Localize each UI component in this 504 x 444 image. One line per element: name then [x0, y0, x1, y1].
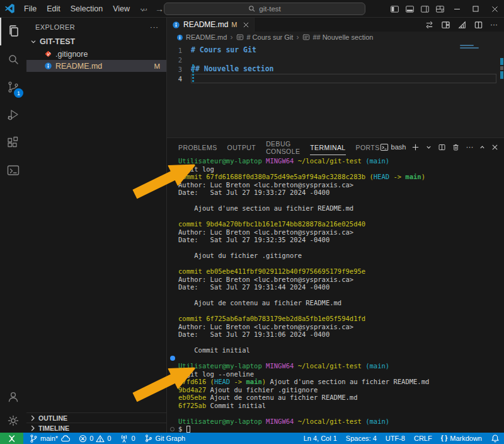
- new-terminal-icon[interactable]: [411, 143, 420, 151]
- activity-settings[interactable]: [0, 409, 26, 433]
- section-timeline[interactable]: TIMELINE: [26, 423, 166, 433]
- terminal-line: Ajout d'une section au fichier README.md: [178, 204, 504, 213]
- panel-header: PROBLEMSOUTPUTDEBUG CONSOLETERMINALPORTS…: [167, 138, 504, 156]
- remote-icon: [7, 434, 16, 443]
- breadcrumb-item[interactable]: ## Nouvelle section: [302, 33, 373, 42]
- panel-more-actions-icon[interactable]: ···: [466, 143, 473, 151]
- eol[interactable]: CRLF: [410, 433, 437, 444]
- info-icon: [44, 62, 52, 70]
- chevR-icon: [29, 424, 37, 432]
- activity-terminal[interactable]: [0, 156, 26, 184]
- activity-run-debug[interactable]: [0, 101, 26, 129]
- overview-ruler-mark: [500, 58, 503, 65]
- editor-line: 3 ## Nouvelle section: [167, 64, 504, 74]
- editor[interactable]: 1 # Cours sur Git 2 3 ## Nouvelle sectio…: [167, 43, 504, 137]
- activity-search[interactable]: [0, 45, 26, 73]
- folder-git-test[interactable]: GIT-TEST: [26, 35, 166, 48]
- terminal-line: Date: Sat Jul 27 19:32:35 2024 -0400: [178, 236, 504, 244]
- breadcrumb: README.md›# Cours sur Git›## Nouvelle se…: [167, 32, 504, 43]
- remote-indicator[interactable]: [0, 433, 23, 444]
- tab-label: README.md: [183, 20, 228, 29]
- terminal-line: $ git log --oneline: [178, 370, 504, 378]
- close-panel-icon[interactable]: [491, 144, 498, 151]
- git-graph-status[interactable]: Git Graph: [140, 433, 190, 444]
- customize-layout-icon[interactable]: [432, 4, 447, 14]
- indentation[interactable]: Spaces: 4: [341, 433, 381, 444]
- status-bar: main*000Git Graph Ln 4, Col 1Spaces: 4UT…: [0, 433, 504, 444]
- close-tab-icon[interactable]: [243, 22, 249, 28]
- info-icon: [172, 21, 180, 29]
- explorer-more-actions-icon[interactable]: ···: [150, 23, 159, 31]
- split-terminal-icon[interactable]: [438, 143, 446, 151]
- kill-terminal-icon[interactable]: [452, 143, 460, 151]
- minimap: [460, 45, 485, 50]
- section-outline[interactable]: OUTLINE: [26, 412, 166, 423]
- menu-file[interactable]: File: [19, 3, 42, 15]
- split-editor-icon[interactable]: [474, 20, 483, 30]
- cloud-icon: [60, 435, 70, 442]
- terminal-line: eb05ebe Ajout de contenu au fichier READ…: [178, 394, 504, 402]
- terminal-line: Utilisateur@my-laptop MINGW64 ~/local/gi…: [178, 362, 504, 370]
- branch-icon: [29, 434, 38, 443]
- markdown-preview-icon[interactable]: [457, 20, 467, 30]
- activity-extensions[interactable]: [0, 129, 26, 156]
- symbol-icon: [236, 33, 244, 41]
- toggle-secondary-sidebar-icon[interactable]: [417, 4, 432, 14]
- branch-status[interactable]: main*: [25, 433, 74, 444]
- chevR-icon: [29, 414, 37, 422]
- open-preview-side-icon[interactable]: [441, 20, 450, 30]
- toggle-sidebar-icon[interactable]: [387, 4, 402, 14]
- problems-status[interactable]: 00: [74, 433, 115, 444]
- terminal-line: $ git log: [178, 165, 504, 173]
- gitignore-icon: [44, 50, 52, 58]
- minimize-button[interactable]: [447, 0, 466, 18]
- panel-tab-terminal[interactable]: TERMINAL: [310, 139, 345, 155]
- encoding[interactable]: UTF-8: [381, 433, 410, 444]
- menu-view[interactable]: View: [108, 3, 135, 15]
- terminal-line: 9bd4a27 Ajout du fichier .gitignore: [178, 386, 504, 394]
- gutter-modified-indicator: [192, 64, 194, 83]
- terminal-line: Utilisateur@my-laptop MINGW64 ~/local/gi…: [178, 418, 504, 426]
- panel-tab-output[interactable]: OUTPUT: [227, 139, 256, 155]
- activity-account[interactable]: [0, 385, 26, 409]
- terminal-line: Ajout de contenu au fichier README.md: [178, 299, 504, 307]
- toggle-panel-icon[interactable]: [402, 4, 417, 14]
- maximize-panel-icon[interactable]: [479, 144, 486, 151]
- back-button[interactable]: ←: [140, 4, 149, 14]
- tab-readme-md[interactable]: README.md M: [167, 18, 255, 32]
- forward-button[interactable]: →: [155, 4, 164, 14]
- activity-bar: 1: [0, 18, 26, 433]
- panel-tab-debug-console[interactable]: DEBUG CONSOLE: [266, 136, 300, 158]
- terminal-line: [178, 307, 504, 315]
- terminal-line: $: [178, 425, 504, 433]
- notifications[interactable]: [486, 433, 504, 444]
- cursor-position[interactable]: Ln 4, Col 1: [299, 433, 341, 444]
- breadcrumb-item[interactable]: # Cours sur Git: [236, 33, 293, 42]
- maximize-button[interactable]: [466, 0, 485, 18]
- terminal-line: 6f725ab Commit initial: [178, 402, 504, 410]
- panel-tab-problems[interactable]: PROBLEMS: [178, 139, 217, 155]
- terminal-shell-item[interactable]: bash: [380, 143, 406, 151]
- terminal-line: Author: Luc Breton <luc.breton@syspraxis…: [178, 323, 504, 331]
- language-mode[interactable]: { }Markdown: [437, 433, 486, 444]
- file-.gitignore[interactable]: .gitignore: [26, 48, 166, 60]
- vscode-window: FileEditSelectionView··· ← → git-test 1: [0, 0, 504, 444]
- close-window-button[interactable]: [485, 0, 504, 18]
- menu-edit[interactable]: Edit: [42, 3, 66, 15]
- ports-status[interactable]: 0: [115, 433, 139, 444]
- terminal-line: commit eb05ebe411fbf9029112b40f975669517…: [178, 267, 504, 276]
- terminal-line: 67fd616 (HEAD -> main) Ajout d'une secti…: [178, 378, 504, 386]
- command-decoration-circle: [170, 427, 175, 431]
- activity-explorer[interactable]: [0, 18, 26, 45]
- breadcrumb-item[interactable]: README.md: [176, 33, 227, 42]
- search-input[interactable]: git-test: [164, 3, 365, 15]
- terminal[interactable]: Utilisateur@my-laptop MINGW64 ~/local/gi…: [167, 156, 504, 433]
- terminal-dropdown-icon[interactable]: [425, 144, 432, 151]
- activity-source-control[interactable]: 1: [0, 73, 26, 101]
- menu-selection[interactable]: Selection: [66, 3, 108, 15]
- file-README.md[interactable]: README.md M: [26, 60, 166, 72]
- open-changes-icon[interactable]: [425, 20, 434, 30]
- panel-tab-ports[interactable]: PORTS: [356, 139, 380, 155]
- editor-more-actions-icon[interactable]: ···: [490, 20, 498, 29]
- terminal-line: [178, 339, 504, 347]
